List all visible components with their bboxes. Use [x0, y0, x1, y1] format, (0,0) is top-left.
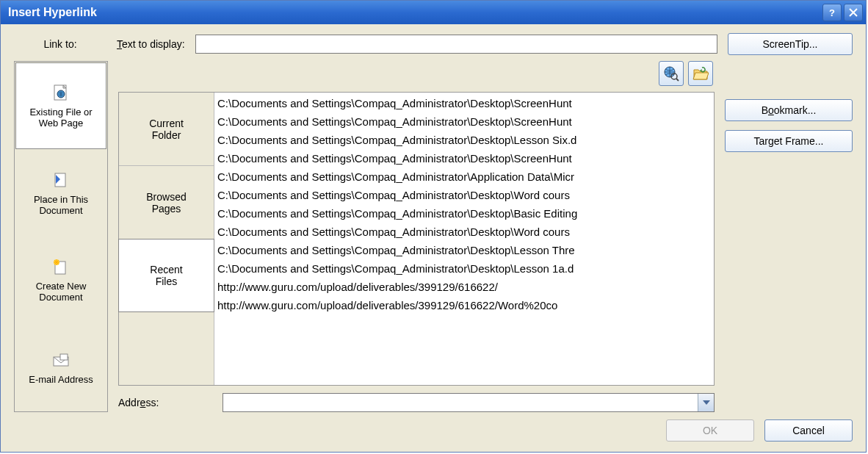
footer-buttons: OK Cancel — [14, 419, 853, 442]
text-to-display-label: Text to display: — [117, 38, 185, 50]
folder-open-icon — [692, 65, 709, 82]
bookmark-button[interactable]: Bookmark... — [725, 99, 853, 121]
screentip-button[interactable]: ScreenTip... — [728, 33, 853, 55]
list-item[interactable]: C:\Documents and Settings\Compaq_Adminis… — [217, 131, 711, 149]
address-label: Address: — [118, 397, 214, 408]
center-panel: Current Folder Browsed Pages Recent File… — [118, 61, 715, 412]
chevron-down-icon — [703, 400, 710, 405]
nav-email-address[interactable]: E-mail Address — [15, 324, 106, 411]
dialog-title: Insert Hyperlink — [8, 6, 820, 19]
list-item[interactable]: C:\Documents and Settings\Compaq_Adminis… — [217, 241, 711, 259]
dialog-body: Link to: Text to display: ScreenTip... — [1, 24, 866, 452]
nav-create-new-document[interactable]: Create New Document — [15, 237, 106, 324]
list-item[interactable]: C:\Documents and Settings\Compaq_Adminis… — [217, 94, 711, 112]
ok-button[interactable]: OK — [666, 419, 754, 442]
tab-current-folder[interactable]: Current Folder — [119, 93, 214, 166]
list-item[interactable]: C:\Documents and Settings\Compaq_Adminis… — [217, 259, 711, 278]
right-button-column: Bookmark... Target Frame... — [725, 61, 853, 412]
nav-existing-file[interactable]: Existing File or Web Page — [15, 62, 106, 149]
list-item[interactable]: http://www.guru.com/upload/deliverables/… — [217, 296, 711, 314]
link-to-label: Link to: — [14, 38, 106, 50]
target-frame-button[interactable]: Target Frame... — [725, 130, 853, 152]
list-item[interactable]: C:\Documents and Settings\Compaq_Adminis… — [217, 149, 711, 167]
file-browser: Current Folder Browsed Pages Recent File… — [118, 92, 715, 386]
close-button[interactable] — [844, 4, 863, 21]
nav-label: E-mail Address — [29, 374, 93, 385]
top-row: Link to: Text to display: ScreenTip... — [14, 33, 853, 55]
help-button[interactable]: ? — [822, 4, 842, 21]
list-item[interactable]: C:\Documents and Settings\Compaq_Adminis… — [217, 167, 711, 186]
nav-label: Place in This Document — [34, 194, 88, 216]
address-row: Address: — [118, 393, 715, 412]
file-list[interactable]: C:\Documents and Settings\Compaq_Adminis… — [214, 93, 714, 385]
globe-search-icon — [663, 65, 679, 82]
icon-toolbar — [118, 61, 715, 90]
svg-rect-7 — [60, 354, 68, 360]
nav-label: Existing File or Web Page — [29, 107, 92, 129]
address-dropdown-button[interactable] — [698, 394, 714, 411]
list-item[interactable]: C:\Documents and Settings\Compaq_Adminis… — [217, 223, 711, 241]
insert-hyperlink-dialog: Insert Hyperlink ? Link to: Text to disp… — [0, 0, 867, 453]
browse-web-button[interactable] — [659, 61, 684, 86]
link-to-nav: Existing File or Web Page Place in This … — [14, 61, 108, 412]
list-item[interactable]: C:\Documents and Settings\Compaq_Adminis… — [217, 186, 711, 204]
page-bookmark-icon — [51, 170, 71, 191]
page-new-icon — [51, 257, 71, 278]
page-globe-icon — [51, 83, 71, 104]
list-item[interactable]: C:\Documents and Settings\Compaq_Adminis… — [217, 112, 711, 131]
nav-label: Create New Document — [36, 281, 87, 303]
text-to-display-input[interactable] — [195, 35, 717, 54]
svg-text:?: ? — [829, 7, 835, 18]
address-combo[interactable] — [223, 393, 715, 412]
tab-recent-files[interactable]: Recent Files — [118, 239, 214, 312]
titlebar: Insert Hyperlink ? — [1, 1, 866, 24]
list-item[interactable]: C:\Documents and Settings\Compaq_Adminis… — [217, 204, 711, 223]
envelope-icon — [51, 350, 71, 371]
nav-place-in-document[interactable]: Place in This Document — [15, 150, 106, 237]
browse-file-button[interactable] — [688, 61, 713, 86]
mode-tabs: Current Folder Browsed Pages Recent File… — [119, 93, 214, 385]
address-input[interactable] — [223, 394, 698, 411]
file-list-wrap: C:\Documents and Settings\Compaq_Adminis… — [214, 93, 714, 385]
tab-browsed-pages[interactable]: Browsed Pages — [119, 166, 214, 239]
main-area: Existing File or Web Page Place in This … — [14, 61, 853, 412]
list-item[interactable]: http://www.guru.com/upload/deliverables/… — [217, 278, 711, 296]
cancel-button[interactable]: Cancel — [764, 419, 853, 442]
